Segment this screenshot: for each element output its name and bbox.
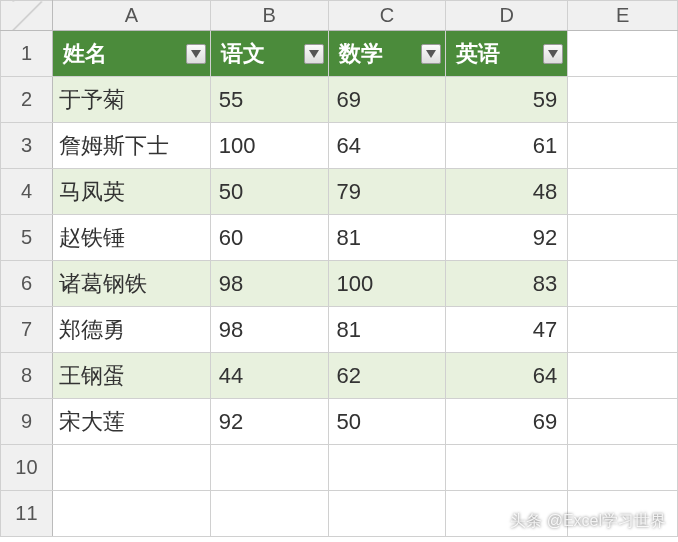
cell-empty[interactable] <box>568 169 678 215</box>
cell-E1[interactable] <box>568 31 678 77</box>
row-header-7[interactable]: 7 <box>1 307 53 353</box>
table-header-english[interactable]: 英语 <box>446 31 568 77</box>
table-row: 5 赵铁锤 60 81 92 <box>1 215 678 261</box>
row-header-11[interactable]: 11 <box>1 491 53 537</box>
table-row: 10 <box>1 445 678 491</box>
cell-name[interactable]: 詹姆斯下士 <box>52 123 210 169</box>
row-header-8[interactable]: 8 <box>1 353 53 399</box>
cell-empty[interactable] <box>52 491 210 537</box>
row-header-3[interactable]: 3 <box>1 123 53 169</box>
cell-empty[interactable] <box>210 445 328 491</box>
cell-math[interactable]: 81 <box>328 307 446 353</box>
header-label: 姓名 <box>63 41 107 66</box>
column-header-A[interactable]: A <box>52 1 210 31</box>
table-row: 4 马凤英 50 79 48 <box>1 169 678 215</box>
cell-math[interactable]: 81 <box>328 215 446 261</box>
cell-math[interactable]: 79 <box>328 169 446 215</box>
cell-math[interactable]: 100 <box>328 261 446 307</box>
cell-empty[interactable] <box>568 77 678 123</box>
table-row: 1 姓名 语文 数学 英语 <box>1 31 678 77</box>
select-all-corner[interactable] <box>1 1 53 31</box>
cell-name[interactable]: 诸葛钢铁 <box>52 261 210 307</box>
cell-english[interactable]: 61 <box>446 123 568 169</box>
cell-english[interactable]: 92 <box>446 215 568 261</box>
cell-chinese[interactable]: 44 <box>210 353 328 399</box>
cell-chinese[interactable]: 100 <box>210 123 328 169</box>
cell-empty[interactable] <box>568 445 678 491</box>
column-header-row: A B C D E <box>1 1 678 31</box>
cell-name[interactable]: 郑德勇 <box>52 307 210 353</box>
cell-empty[interactable] <box>568 123 678 169</box>
cell-name[interactable]: 于予菊 <box>52 77 210 123</box>
cell-name[interactable]: 赵铁锤 <box>52 215 210 261</box>
cell-chinese[interactable]: 55 <box>210 77 328 123</box>
cell-english[interactable]: 59 <box>446 77 568 123</box>
column-header-E[interactable]: E <box>568 1 678 31</box>
cell-english[interactable]: 64 <box>446 353 568 399</box>
cell-english[interactable]: 69 <box>446 399 568 445</box>
cell-chinese[interactable]: 92 <box>210 399 328 445</box>
cell-name[interactable]: 马凤英 <box>52 169 210 215</box>
cell-name[interactable]: 宋大莲 <box>52 399 210 445</box>
cell-chinese[interactable]: 98 <box>210 307 328 353</box>
cell-math[interactable]: 50 <box>328 399 446 445</box>
table-header-math[interactable]: 数学 <box>328 31 446 77</box>
table-row: 6 诸葛钢铁 98 100 83 <box>1 261 678 307</box>
header-label: 数学 <box>339 41 383 66</box>
cell-english[interactable]: 48 <box>446 169 568 215</box>
cell-empty[interactable] <box>568 307 678 353</box>
row-header-9[interactable]: 9 <box>1 399 53 445</box>
header-label: 语文 <box>221 41 265 66</box>
filter-button[interactable] <box>304 44 324 64</box>
cell-empty[interactable] <box>568 261 678 307</box>
cell-math[interactable]: 62 <box>328 353 446 399</box>
spreadsheet-grid: A B C D E 1 姓名 语文 数学 英语 2 于予菊 55 69 59 <box>0 0 678 537</box>
cell-empty[interactable] <box>210 491 328 537</box>
column-header-D[interactable]: D <box>446 1 568 31</box>
table-row: 8 王钢蛋 44 62 64 <box>1 353 678 399</box>
cell-empty[interactable] <box>52 445 210 491</box>
table-row: 9 宋大莲 92 50 69 <box>1 399 678 445</box>
row-header-5[interactable]: 5 <box>1 215 53 261</box>
cell-empty[interactable] <box>328 445 446 491</box>
cell-chinese[interactable]: 98 <box>210 261 328 307</box>
cell-name[interactable]: 王钢蛋 <box>52 353 210 399</box>
cell-empty[interactable] <box>446 445 568 491</box>
row-header-6[interactable]: 6 <box>1 261 53 307</box>
cell-english[interactable]: 47 <box>446 307 568 353</box>
column-header-C[interactable]: C <box>328 1 446 31</box>
cell-empty[interactable] <box>568 215 678 261</box>
cell-math[interactable]: 64 <box>328 123 446 169</box>
cell-math[interactable]: 69 <box>328 77 446 123</box>
row-header-2[interactable]: 2 <box>1 77 53 123</box>
filter-button[interactable] <box>186 44 206 64</box>
header-label: 英语 <box>456 41 500 66</box>
cell-empty[interactable] <box>328 491 446 537</box>
filter-button[interactable] <box>421 44 441 64</box>
cell-english[interactable]: 83 <box>446 261 568 307</box>
table-row: 3 詹姆斯下士 100 64 61 <box>1 123 678 169</box>
table-header-chinese[interactable]: 语文 <box>210 31 328 77</box>
cell-empty[interactable] <box>568 353 678 399</box>
cell-chinese[interactable]: 60 <box>210 215 328 261</box>
filter-button[interactable] <box>543 44 563 64</box>
table-header-name[interactable]: 姓名 <box>52 31 210 77</box>
cell-empty[interactable] <box>568 399 678 445</box>
row-header-4[interactable]: 4 <box>1 169 53 215</box>
column-header-B[interactable]: B <box>210 1 328 31</box>
watermark-text: 头条 @Excel学习世界 <box>510 511 666 532</box>
row-header-10[interactable]: 10 <box>1 445 53 491</box>
table-row: 7 郑德勇 98 81 47 <box>1 307 678 353</box>
cell-chinese[interactable]: 50 <box>210 169 328 215</box>
row-header-1[interactable]: 1 <box>1 31 53 77</box>
table-row: 2 于予菊 55 69 59 <box>1 77 678 123</box>
